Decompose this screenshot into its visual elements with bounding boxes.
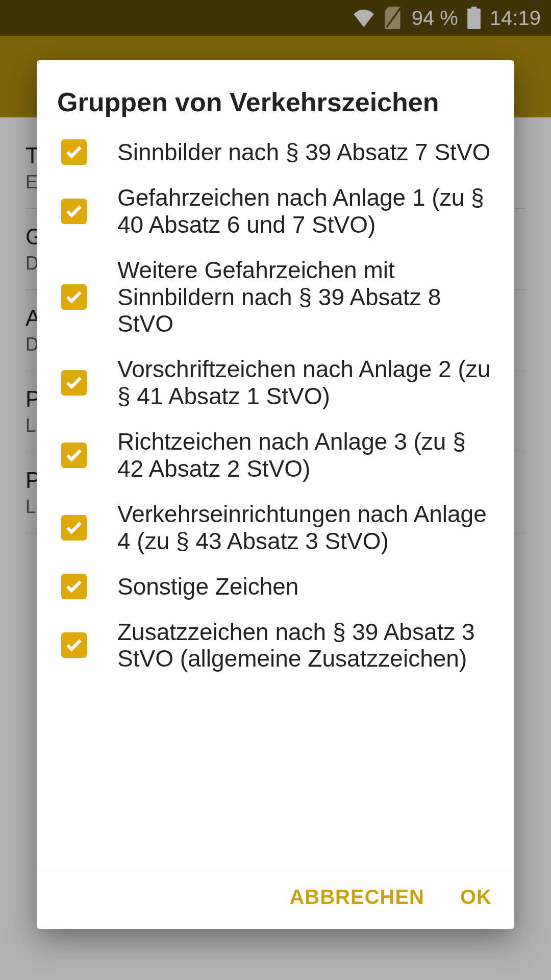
ok-button[interactable]: OK [460, 886, 492, 909]
groups-dialog: Gruppen von Verkehrszeichen Sinnbilder n… [37, 60, 514, 929]
checkbox-checked-icon[interactable] [61, 574, 87, 599]
option-label: Richtzeichen nach Anlage 3 (zu § 42 Absa… [117, 424, 494, 486]
option-row[interactable]: Weitere Gefahrzeichen mit Sinnbildern na… [51, 248, 494, 347]
checkbox-checked-icon[interactable] [61, 370, 87, 396]
option-label: Gefahrzeichen nach Anlage 1 (zu § 40 Abs… [117, 180, 494, 242]
checkbox-checked-icon[interactable] [61, 284, 87, 310]
option-row[interactable]: Gefahrzeichen nach Anlage 1 (zu § 40 Abs… [51, 175, 494, 248]
checkbox-checked-icon[interactable] [61, 139, 87, 165]
option-row[interactable]: Zusatzzeichen nach § 39 Absatz 3 StVO (a… [51, 609, 494, 682]
option-label: Sinnbilder nach § 39 Absatz 7 StVO [117, 135, 494, 170]
option-row[interactable]: Richtzeichen nach Anlage 3 (zu § 42 Absa… [51, 419, 494, 492]
option-label: Sonstige Zeichen [117, 569, 494, 604]
option-label: Vorschriftzeichen nach Anlage 2 (zu § 41… [117, 352, 494, 414]
dialog-actions: ABBRECHEN OK [37, 870, 514, 929]
option-row[interactable]: Sonstige Zeichen [51, 564, 494, 609]
checkbox-checked-icon[interactable] [61, 443, 87, 468]
option-row[interactable]: Sinnbilder nach § 39 Absatz 7 StVO [51, 130, 494, 175]
checkbox-checked-icon[interactable] [61, 515, 87, 541]
cancel-button[interactable]: ABBRECHEN [289, 886, 424, 909]
option-label: Weitere Gefahrzeichen mit Sinnbildern na… [117, 253, 494, 342]
option-row[interactable]: Vorschriftzeichen nach Anlage 2 (zu § 41… [51, 347, 494, 419]
dialog-options-list: Sinnbilder nach § 39 Absatz 7 StVO Gefah… [37, 130, 514, 870]
checkbox-checked-icon[interactable] [61, 632, 87, 658]
option-label: Zusatzzeichen nach § 39 Absatz 3 StVO (a… [117, 615, 494, 677]
checkbox-checked-icon[interactable] [61, 199, 87, 224]
dialog-title: Gruppen von Verkehrszeichen [37, 60, 514, 130]
option-label: Verkehrseinrichtungen nach Anlage 4 (zu … [117, 497, 494, 559]
option-row[interactable]: Verkehrseinrichtungen nach Anlage 4 (zu … [51, 492, 494, 564]
